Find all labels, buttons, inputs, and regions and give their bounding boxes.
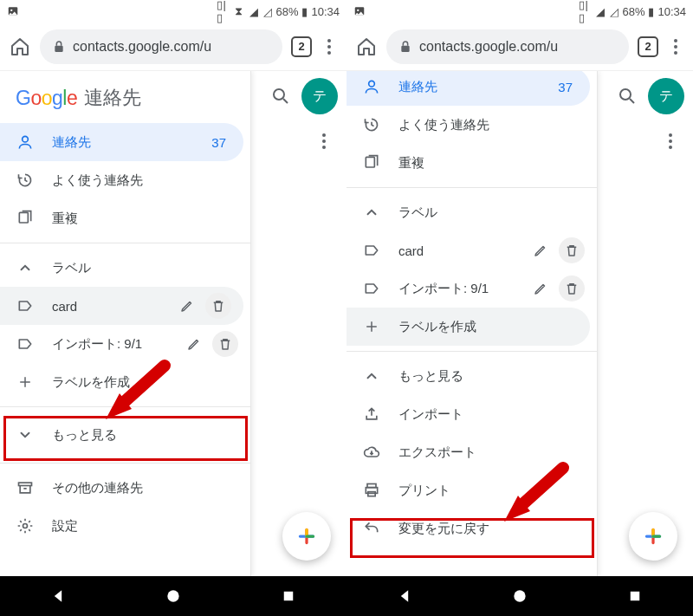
browser-toolbar: contacts.google.com/u 2 xyxy=(346,23,693,71)
battery-text: 68% xyxy=(275,5,298,18)
chevron-down-icon xyxy=(16,425,35,444)
delete-label-button[interactable] xyxy=(559,237,585,263)
signal-icon: ◿ xyxy=(263,5,272,18)
navigation-drawer: Google 連絡先 連絡先 37 よく使う連絡先 重複 xyxy=(0,71,251,576)
nav-label-import[interactable]: インポート: 9/1 xyxy=(346,269,597,308)
bluetooth-icon: ⧗ xyxy=(232,5,244,17)
delete-label-button[interactable] xyxy=(212,331,238,357)
nav-label-header[interactable]: ラベル xyxy=(0,249,250,287)
nav-frequent[interactable]: よく使う連絡先 xyxy=(0,161,250,199)
nav-undo-changes[interactable]: 変更を元に戻す xyxy=(346,509,597,548)
back-button[interactable] xyxy=(395,587,414,606)
upload-icon xyxy=(362,405,381,424)
undo-icon xyxy=(362,519,381,538)
android-nav-bar xyxy=(346,576,693,616)
nav-frequent[interactable]: よく使う連絡先 xyxy=(346,106,597,144)
label-icon xyxy=(16,334,35,353)
person-icon xyxy=(362,77,381,96)
edit-label-button[interactable] xyxy=(174,293,200,319)
avatar[interactable]: テ xyxy=(301,78,338,114)
tab-count-button[interactable]: 2 xyxy=(291,36,312,57)
battery-icon: ▮ xyxy=(301,5,308,18)
vibrate-icon: ▯|▯ xyxy=(579,5,591,17)
nav-more[interactable]: もっと見る xyxy=(0,412,250,457)
list-menu-button[interactable] xyxy=(315,133,333,149)
delete-label-button[interactable] xyxy=(559,276,585,302)
search-icon[interactable] xyxy=(617,86,638,107)
history-icon xyxy=(362,115,381,134)
svg-rect-12 xyxy=(284,592,294,601)
copy-icon xyxy=(362,153,381,172)
recent-button[interactable] xyxy=(625,587,644,606)
svg-point-13 xyxy=(514,590,525,601)
signal-icon: ◿ xyxy=(610,5,619,18)
nav-contacts[interactable]: 連絡先 37 xyxy=(346,71,590,106)
home-button[interactable] xyxy=(164,587,183,606)
chevron-up-icon xyxy=(362,203,381,222)
recent-button[interactable] xyxy=(279,587,298,606)
label-icon xyxy=(362,241,381,260)
browser-menu-button[interactable] xyxy=(667,39,684,55)
list-menu-button[interactable] xyxy=(662,133,679,149)
tab-count-button[interactable]: 2 xyxy=(638,36,658,57)
chevron-up-icon xyxy=(16,258,35,277)
browser-menu-button[interactable] xyxy=(321,39,338,55)
search-icon[interactable] xyxy=(270,86,291,107)
nav-duplicates[interactable]: 重複 xyxy=(346,144,597,182)
edit-label-button[interactable] xyxy=(181,331,207,357)
nav-label-header[interactable]: ラベル xyxy=(346,193,597,231)
clock-text: 10:34 xyxy=(311,5,340,18)
print-icon xyxy=(362,481,381,500)
create-contact-fab[interactable] xyxy=(282,512,331,561)
nav-print[interactable]: プリント xyxy=(346,471,597,509)
delete-label-button[interactable] xyxy=(205,293,231,319)
home-button[interactable] xyxy=(510,587,529,606)
navigation-drawer: 連絡先 37 よく使う連絡先 重複 ラベル c xyxy=(346,71,598,576)
url-text: contacts.google.com/u xyxy=(419,39,617,55)
gear-icon xyxy=(16,516,35,535)
plus-icon xyxy=(16,373,35,392)
battery-text: 68% xyxy=(622,5,644,18)
copy-icon xyxy=(16,209,35,228)
nav-label-import[interactable]: インポート: 9/1 xyxy=(0,325,250,363)
edit-label-button[interactable] xyxy=(528,237,554,263)
nav-export[interactable]: エクスポート xyxy=(346,433,597,471)
nav-duplicates[interactable]: 重複 xyxy=(0,199,250,237)
home-icon[interactable] xyxy=(9,36,31,58)
left-screenshot: ▯|▯ ⧗ ◢ ◿ 68% ▮ 10:34 contacts.google.co… xyxy=(0,0,346,616)
nav-import[interactable]: インポート xyxy=(346,395,597,433)
vibrate-icon: ▯|▯ xyxy=(217,5,229,17)
nav-label-card[interactable]: card xyxy=(0,287,243,325)
nav-more[interactable]: もっと見る xyxy=(346,357,597,395)
nav-create-label[interactable]: ラベルを作成 xyxy=(346,308,590,346)
svg-point-11 xyxy=(167,590,178,601)
android-nav-bar xyxy=(0,576,346,616)
nav-other-contacts[interactable]: その他の連絡先 xyxy=(0,469,250,507)
label-icon xyxy=(362,279,381,298)
right-screenshot: ▯|▯ ◢ ◿ 68% ▮ 10:34 contacts.google.com/… xyxy=(346,0,693,616)
person-icon xyxy=(16,133,35,152)
picture-icon xyxy=(353,5,366,17)
avatar[interactable]: テ xyxy=(648,78,684,114)
back-button[interactable] xyxy=(49,587,68,606)
history-icon xyxy=(16,171,35,190)
lock-icon xyxy=(52,40,66,54)
status-bar: ▯|▯ ⧗ ◢ ◿ 68% ▮ 10:34 xyxy=(0,0,346,23)
create-contact-fab[interactable] xyxy=(629,512,677,561)
address-bar[interactable]: contacts.google.com/u xyxy=(40,29,282,64)
wifi-icon: ◢ xyxy=(248,5,260,17)
edit-label-button[interactable] xyxy=(528,276,554,302)
nav-contacts[interactable]: 連絡先 37 xyxy=(0,123,243,161)
address-bar[interactable]: contacts.google.com/u xyxy=(386,29,629,64)
nav-settings[interactable]: 設定 xyxy=(0,507,250,545)
app-title: 連絡先 xyxy=(84,85,141,111)
nav-create-label[interactable]: ラベルを作成 xyxy=(0,363,250,401)
plus-icon xyxy=(362,317,381,336)
nav-label-card[interactable]: card xyxy=(346,231,597,269)
lock-icon xyxy=(398,40,412,54)
chevron-up-icon xyxy=(362,366,381,386)
wifi-icon: ◢ xyxy=(594,5,606,17)
archive-icon xyxy=(16,478,35,497)
home-icon[interactable] xyxy=(355,36,378,58)
url-text: contacts.google.com/u xyxy=(73,39,270,55)
